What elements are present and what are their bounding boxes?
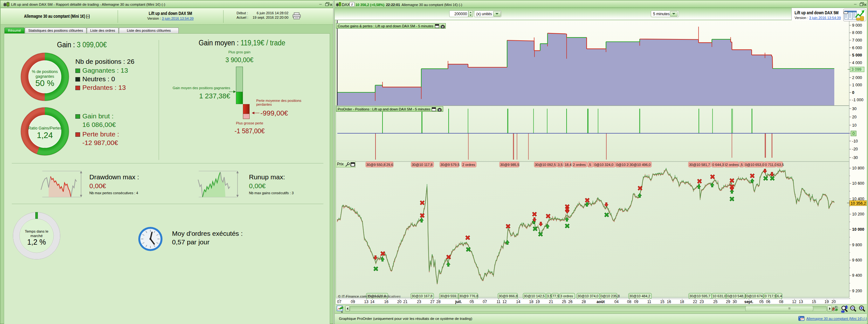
svg-text:Temps dans le: Temps dans le — [25, 229, 48, 233]
svg-text:9 600: 9 600 — [852, 258, 862, 262]
svg-text:10: 10 — [852, 123, 857, 128]
svg-text:8 000: 8 000 — [852, 31, 862, 35]
svg-text:30: 30 — [852, 107, 857, 111]
svg-text:63,5: 63,5 — [777, 163, 784, 167]
svg-text:Ratio Gains/Pertes: Ratio Gains/Pertes — [28, 126, 62, 131]
svg-text:1 000: 1 000 — [852, 83, 862, 87]
svg-text:3,5: 3,5 — [547, 294, 552, 298]
svg-text:2 000: 2 000 — [852, 75, 862, 80]
svg-text:I2 ordres: I2 ordres — [725, 163, 739, 167]
svg-text:30@10 142,5: 30@10 142,5 — [524, 294, 545, 298]
svg-text:9 000: 9 000 — [852, 23, 862, 28]
svg-text:,5: ,5 — [588, 163, 591, 167]
svg-text:30@10 117,8: 30@10 117,8 — [412, 163, 432, 167]
svg-text:3 099: 3 099 — [851, 67, 861, 72]
svg-text:50 %: 50 % — [35, 78, 54, 88]
svg-text:7 000: 7 000 — [852, 38, 862, 42]
svg-text:gagnantes: gagnantes — [36, 74, 54, 79]
svg-text:1,2 %: 1,2 % — [27, 238, 46, 246]
svg-text:0 717,5: 0 717,5 — [765, 294, 776, 298]
svg-text:29,6: 29,6 — [386, 163, 393, 167]
svg-text:4 000: 4 000 — [852, 61, 862, 65]
svg-text:30@10 092,5: 30@10 092,5 — [535, 163, 556, 167]
svg-text:1,24: 1,24 — [37, 131, 53, 140]
svg-text:© IT-Finance.com Données indic: © IT-Finance.com Données indicatives — [338, 294, 401, 298]
svg-text:0 644,3: 0 644,3 — [712, 163, 724, 167]
svg-text:20: 20 — [852, 115, 857, 119]
svg-text:30@9 985,5: 30@9 985,5 — [500, 163, 519, 167]
svg-text:0@10 674,5: 0@10 674,5 — [747, 294, 766, 298]
svg-text:9 800: 9 800 — [852, 243, 862, 247]
svg-text:77,9: 77,9 — [552, 294, 559, 298]
svg-text:,5: ,5 — [740, 163, 743, 167]
svg-text:30@10 581,7: 30@10 581,7 — [689, 163, 710, 167]
svg-text:30@9 866,8: 30@9 866,8 — [499, 294, 518, 298]
svg-text:-20: -20 — [852, 147, 858, 151]
svg-text:5 000: 5 000 — [852, 53, 862, 58]
svg-text:0: 0 — [852, 131, 855, 136]
svg-text:marché: marché — [31, 234, 42, 238]
svg-text:6,4: 6,4 — [777, 294, 782, 298]
svg-text:-30: -30 — [852, 155, 858, 160]
svg-text:% de positions: % de positions — [32, 70, 58, 74]
svg-text:10 800: 10 800 — [852, 166, 864, 170]
svg-text:0 711,0: 0 711,0 — [765, 163, 776, 167]
svg-text:30@10 484,2: 30@10 484,2 — [629, 294, 650, 298]
svg-text:30@10 374,0: 30@10 374,0 — [578, 294, 598, 298]
svg-text:9 200: 9 200 — [852, 289, 862, 293]
svg-text:30@10 595,7: 30@10 595,7 — [689, 294, 710, 298]
svg-text:10 600: 10 600 — [852, 181, 864, 186]
svg-text:10 356,2: 10 356,2 — [850, 201, 866, 206]
svg-text:10 631,0: 10 631,0 — [713, 294, 726, 298]
svg-text:0@10 548,3: 0@10 548,3 — [727, 294, 746, 298]
svg-text:30@9 559,3: 30@9 559,3 — [440, 294, 459, 298]
svg-text:10 200: 10 200 — [852, 212, 864, 216]
svg-text:6 000: 6 000 — [852, 46, 862, 50]
svg-text:10 000: 10 000 — [852, 227, 864, 232]
svg-text:30@9 776,8: 30@9 776,8 — [459, 294, 478, 298]
svg-text:30@9 579,5: 30@9 579,5 — [440, 163, 459, 167]
svg-text:30@9 550,8: 30@9 550,8 — [366, 163, 385, 167]
svg-text:30@10 167,8: 30@10 167,8 — [411, 294, 432, 298]
svg-text:-10: -10 — [852, 139, 858, 143]
svg-text:0@10 235,8: 0@10 235,8 — [600, 294, 620, 298]
svg-text:2 ordres: 2 ordres — [462, 163, 475, 167]
svg-text:-1 000: -1 000 — [852, 98, 863, 102]
svg-text:2 ordres: 2 ordres — [573, 163, 586, 167]
svg-text:3,5: 3,5 — [558, 163, 562, 167]
svg-text:18,4: 18,4 — [565, 163, 571, 167]
svg-text:30@10 496,0: 30@10 496,0 — [629, 163, 651, 167]
svg-text:9 400: 9 400 — [852, 273, 862, 278]
svg-text:3 ordres: 3 ordres — [560, 294, 573, 298]
svg-text:0@10 324,0: 0@10 324,0 — [594, 163, 613, 167]
svg-text:0: 0 — [852, 91, 854, 95]
svg-text:0@10 653,0: 0@10 653,0 — [745, 163, 764, 167]
